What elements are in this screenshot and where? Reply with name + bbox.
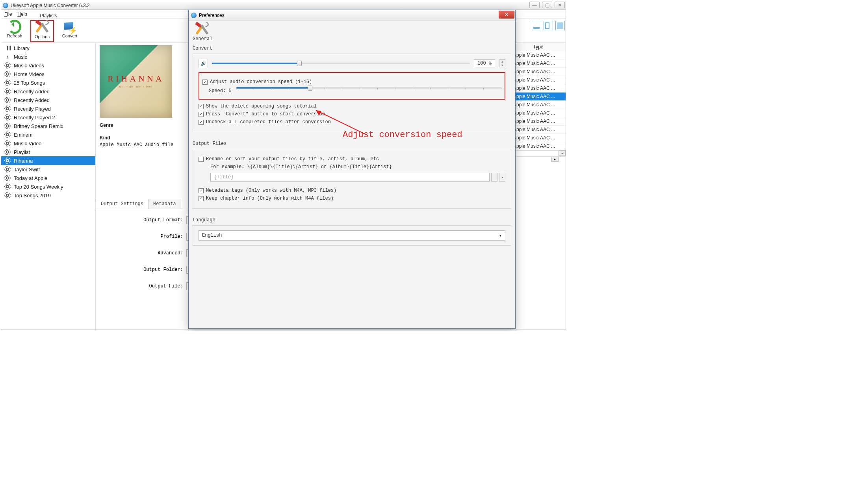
svg-marker-1 <box>316 110 321 116</box>
playlist-item[interactable]: ♪Music <box>1 52 95 61</box>
close-button[interactable]: ✕ <box>555 2 565 8</box>
titlebar[interactable]: Ukeysoft Apple Music Converter 6.3.2 — ▢… <box>1 1 566 10</box>
playlist-label: Recently Added <box>14 97 50 103</box>
type-row[interactable]: Apple Music AAC ... <box>511 59 566 68</box>
layout-bottom-button[interactable] <box>532 21 541 30</box>
type-hscroll-right-button[interactable]: ▸ <box>551 157 559 162</box>
type-row[interactable]: Apple Music AAC ... <box>511 76 566 84</box>
playlist-item[interactable]: Recently Played <box>1 104 95 113</box>
general-label: General <box>193 36 212 42</box>
keep-chapter-checkbox[interactable]: ✓ <box>199 196 204 201</box>
playlist-item[interactable]: Home Videos <box>1 70 95 78</box>
playlist-label: Music <box>14 54 27 60</box>
volume-row: 🔊 100 % ▲▼ <box>199 59 505 68</box>
language-select[interactable]: English ▾ <box>199 230 505 241</box>
playlist-label: Recently Added <box>14 89 50 94</box>
playlist-item[interactable]: Top 20 Songs Weekly <box>1 182 95 191</box>
playlist-item[interactable]: Britney Spears Remix <box>1 122 95 130</box>
rename-example: For example: \{Album}\{Title}\{Artist} o… <box>210 164 505 170</box>
layout-fill-button[interactable] <box>555 21 565 30</box>
playlist-label: Today at Apple <box>14 175 47 181</box>
playlist-item[interactable]: Top Songs 2019 <box>1 191 95 200</box>
rename-pattern-dropdown[interactable]: ▾ <box>499 173 505 182</box>
playlist-item[interactable]: Today at Apple <box>1 174 95 182</box>
press-convert-label: Press "Convert" button to start conversi… <box>206 111 325 117</box>
playlist-label: Home Videos <box>14 71 45 77</box>
maximize-button[interactable]: ▢ <box>542 2 552 8</box>
prefs-titlebar[interactable]: Preferences ✕ <box>189 10 515 20</box>
album-subtitle-overlay: good girl gone bad <box>100 85 172 88</box>
gear-icon <box>4 71 11 77</box>
profile-label: Profile: <box>100 234 186 239</box>
playlist-item[interactable]: Recently Added <box>1 96 95 104</box>
language-value: English <box>202 233 222 238</box>
type-header[interactable]: Type <box>511 43 566 51</box>
playlists-header: Playlists <box>1 12 96 43</box>
type-row[interactable]: Apple Music AAC ... <box>511 68 566 76</box>
playlist-item[interactable]: Playlist <box>1 148 95 156</box>
playlist-label: Taylor Swift <box>14 167 40 172</box>
rename-pattern-button[interactable] <box>491 173 497 182</box>
volume-slider[interactable] <box>212 63 470 64</box>
metadata-tags-checkbox[interactable]: ✓ <box>199 188 204 193</box>
type-list[interactable]: Apple Music AAC ...Apple Music AAC ...Ap… <box>511 51 566 150</box>
album-art: RIHANNA good girl gone bad <box>100 45 172 118</box>
gear-icon <box>4 106 11 112</box>
volume-spinner[interactable]: ▲▼ <box>499 59 505 67</box>
adjust-speed-checkbox[interactable]: ✓ <box>202 80 208 85</box>
rename-checkbox[interactable] <box>199 157 204 162</box>
type-row[interactable]: Apple Music AAC ... <box>511 93 566 101</box>
output-files-section: Rename or sort your output files by titl… <box>193 149 511 209</box>
layout-toggle-group <box>532 21 565 30</box>
advanced-label: Advanced: <box>100 250 186 256</box>
press-convert-checkbox[interactable]: ✓ <box>199 112 204 117</box>
speed-highlight-box: ✓ Adjust audio conversion speed (1-16) S… <box>199 72 505 100</box>
minimize-button[interactable]: — <box>529 2 540 8</box>
gear-icon <box>4 80 11 86</box>
playlist-label: Britney Spears Remix <box>14 123 63 129</box>
type-row[interactable]: Apple Music AAC ... <box>511 117 566 126</box>
uncheck-completed-checkbox[interactable]: ✓ <box>199 120 204 125</box>
tab-output-settings[interactable]: Output Settings <box>96 199 148 209</box>
type-row[interactable]: Apple Music AAC ... <box>511 84 566 93</box>
playlist-item[interactable]: 25 Top Songs <box>1 78 95 87</box>
type-row[interactable]: Apple Music AAC ... <box>511 126 566 134</box>
playlist-item[interactable]: Recently Played 2 <box>1 113 95 122</box>
playlist-item[interactable]: Recently Added <box>1 87 95 96</box>
volume-value[interactable]: 100 % <box>474 59 495 67</box>
show-tutorial-label: Show the delete upcoming songs tutorial <box>206 104 317 109</box>
playlist-item[interactable]: Library <box>1 44 95 52</box>
type-row[interactable]: Apple Music AAC ... <box>511 134 566 142</box>
show-tutorial-checkbox[interactable]: ✓ <box>199 104 204 109</box>
gear-icon <box>4 132 11 138</box>
playlists-list[interactable]: Library♪MusicMusic VideosHome Videos25 T… <box>1 43 95 200</box>
tab-metadata[interactable]: Metadata <box>148 199 181 209</box>
rename-label: Rename or sort your output files by titl… <box>206 156 379 162</box>
rename-pattern-input[interactable]: {Title} <box>210 173 490 182</box>
playlist-item[interactable]: Taylor Swift <box>1 165 95 174</box>
type-row[interactable]: Apple Music AAC ... <box>511 51 566 59</box>
type-panel: Type Apple Music AAC ...Apple Music AAC … <box>510 43 566 330</box>
type-row[interactable]: Apple Music AAC ... <box>511 142 566 150</box>
output-folder-label: Output Folder: <box>100 267 186 272</box>
gear-icon <box>4 123 11 129</box>
type-scroll-down-button[interactable]: ▾ <box>559 150 566 156</box>
playlist-item[interactable]: Music Videos <box>1 61 95 70</box>
gear-icon <box>4 140 11 146</box>
playlist-item[interactable]: Eminem <box>1 130 95 139</box>
playlist-label: Rihanna <box>14 158 33 164</box>
app-icon <box>3 3 8 8</box>
prefs-close-button[interactable]: ✕ <box>499 11 514 19</box>
gear-icon <box>4 149 11 155</box>
adjust-speed-label: Adjust audio conversion speed (1-16) <box>210 79 312 85</box>
type-row[interactable]: Apple Music AAC ... <box>511 109 566 117</box>
metadata-tags-label: Metadata tags (Only works with M4A, MP3 … <box>206 188 336 193</box>
output-format-label: Output Format: <box>100 217 186 223</box>
prefs-general-tab[interactable]: General <box>193 23 212 42</box>
playlist-item[interactable]: Music Video <box>1 139 95 148</box>
playlist-label: 25 Top Songs <box>14 80 45 86</box>
prefs-icon <box>191 13 197 18</box>
type-row[interactable]: Apple Music AAC ... <box>511 101 566 109</box>
playlist-item[interactable]: Rihanna <box>1 156 95 165</box>
layout-outline-button[interactable] <box>544 21 553 30</box>
